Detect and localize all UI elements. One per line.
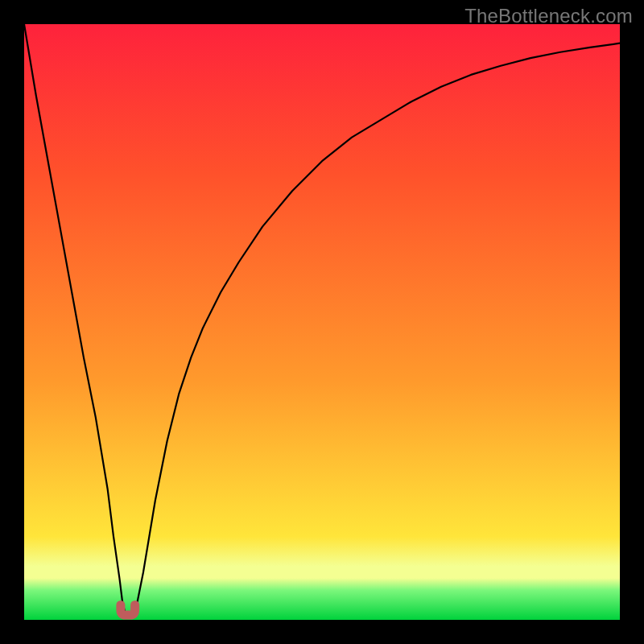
chart-canvas [24,24,620,620]
watermark-text: TheBottleneck.com [464,5,633,27]
outer-frame: TheBottleneck.com [0,0,644,644]
plot-area [24,24,620,620]
